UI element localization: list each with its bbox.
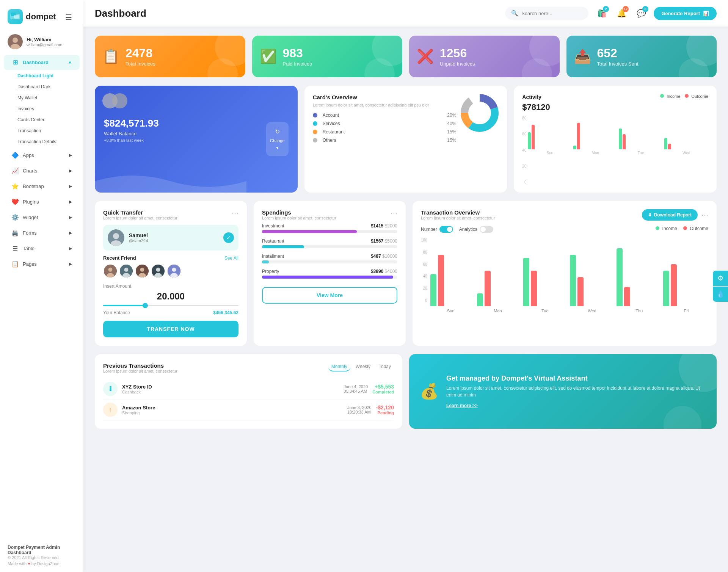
sidebar-item-apps[interactable]: 🔷 Apps ▶ <box>4 148 80 163</box>
va-learn-more-link[interactable]: Learn more >> <box>446 403 706 408</box>
user-email: william@gmail.com <box>27 42 62 47</box>
hamburger-icon[interactable]: ☰ <box>65 6 76 27</box>
search-input[interactable] <box>521 11 582 16</box>
total-invoices-label: Total Invoices <box>126 61 155 67</box>
transaction-bar-chart <box>429 238 708 306</box>
number-toggle[interactable]: Number <box>421 226 453 233</box>
outcome-bar <box>531 271 537 306</box>
outcome-dot <box>683 226 687 230</box>
download-report-button[interactable]: ⬇ Download Report <box>642 209 698 221</box>
amount-display: 20.000 <box>103 291 238 302</box>
dashboard-icon: ⊞ <box>11 59 19 66</box>
income-bar <box>523 258 529 306</box>
sidebar-item-label: Forms <box>23 230 37 236</box>
income-bar <box>430 274 436 306</box>
submenu-dashboard-dark[interactable]: Dashboard Dark <box>14 81 80 92</box>
logo-icon <box>8 9 23 24</box>
last-row: Previous Transactions Lorem ipsum dolor … <box>95 354 717 429</box>
analytics-toggle-track[interactable] <box>480 226 493 233</box>
friend-avatar-2[interactable] <box>119 264 133 278</box>
submenu-dashboard-light[interactable]: Dashboard Light <box>14 71 80 81</box>
transfer-contact: Samuel @sam224 ✓ <box>103 225 238 251</box>
slider-fill <box>103 305 144 306</box>
generate-report-button[interactable]: Generate Report 📊 <box>654 7 717 20</box>
chart-day-labels: Sun Mon Tue Wed <box>528 151 708 155</box>
installment-fill <box>262 260 269 263</box>
settings-sidebar-button[interactable]: ⚙ <box>713 271 728 286</box>
bar-group-sun <box>430 255 474 306</box>
dots-menu-icon[interactable]: ⋯ <box>701 211 708 219</box>
outcome-bar <box>624 287 630 306</box>
y-axis: 100 80 60 40 20 0 <box>421 238 427 302</box>
outcome-bar <box>671 264 677 306</box>
contact-avatar <box>108 229 124 246</box>
submenu-my-wallet[interactable]: My Wallet <box>14 92 80 103</box>
previous-transactions-card: Previous Transactions Lorem ipsum dolor … <box>95 354 402 429</box>
trans-amount: +$5,553 <box>372 384 394 390</box>
sidebar-item-dashboard[interactable]: ⊞ Dashboard ▼ <box>4 55 80 70</box>
balance-amount: $456,345.62 <box>213 310 238 315</box>
transfer-now-button[interactable]: TRANSFER NOW <box>103 321 238 337</box>
tab-today[interactable]: Today <box>376 362 394 371</box>
transaction-row-2: ↑ Amazon Store Shopping June 3, 2020 10:… <box>103 400 394 420</box>
cart-badge: 2 <box>603 6 609 12</box>
dots-menu-icon[interactable]: ⋯ <box>391 209 397 218</box>
chevron-right-icon: ▶ <box>69 215 72 220</box>
friend-avatar-3[interactable] <box>135 264 149 278</box>
number-toggle-track[interactable] <box>439 226 453 233</box>
income-bar <box>573 146 576 149</box>
sidebar-item-table[interactable]: ☰ Table ▶ <box>4 241 80 256</box>
wallet-circle-2 <box>112 93 127 108</box>
chevron-right-icon: ▶ <box>69 184 72 189</box>
dots-menu-icon[interactable]: ⋯ <box>232 209 238 218</box>
analytics-toggle[interactable]: Analytics <box>459 226 493 233</box>
outcome-bar <box>623 134 626 149</box>
bar-group-sun <box>528 125 572 149</box>
sidebar-item-charts[interactable]: 📈 Charts ▶ <box>4 163 80 178</box>
income-bar <box>663 271 669 306</box>
submenu-invoices[interactable]: Invoices <box>14 103 80 114</box>
sent-invoices-label: Total Invoices Sent <box>597 61 639 67</box>
transaction-icon-2: ↑ <box>103 403 118 417</box>
tab-monthly[interactable]: Monthly <box>328 362 350 371</box>
tab-weekly[interactable]: Weekly <box>353 362 373 371</box>
sent-invoices-number: 652 <box>597 46 639 60</box>
income-bar <box>570 255 576 306</box>
submenu-transaction[interactable]: Transaction <box>14 125 80 136</box>
unpaid-invoices-number: 1256 <box>440 46 475 60</box>
sidebar-item-forms[interactable]: 🖨️ Forms ▶ <box>4 226 80 240</box>
chat-badge: 5 <box>642 6 648 12</box>
settings-icon: ⚙ <box>717 274 723 282</box>
see-all-link[interactable]: See All <box>224 255 238 261</box>
stat-card-paid: ✅ 983 Paid Invoices <box>252 36 403 77</box>
sidebar: dompet ☰ Hi, William william@gmail.com ⊞… <box>0 0 83 572</box>
friend-avatar-4[interactable] <box>151 264 165 278</box>
view-more-button[interactable]: View More <box>262 287 397 304</box>
chat-button[interactable]: 💬 5 <box>634 6 648 20</box>
cart-button[interactable]: 🛍️ 2 <box>595 6 609 20</box>
theme-sidebar-button[interactable]: 💧 <box>713 287 728 302</box>
friend-avatar-1[interactable] <box>103 264 118 278</box>
investment-fill <box>262 230 357 233</box>
sidebar-item-plugins[interactable]: ❤️ Plugins ▶ <box>4 194 80 209</box>
submenu-cards-center[interactable]: Cards Center <box>14 114 80 125</box>
chevron-right-icon: ▶ <box>69 199 72 204</box>
transaction-overview-title: Transaction Overview <box>421 209 495 216</box>
sidebar-item-pages[interactable]: 📋 Pages ▶ <box>4 257 80 271</box>
outcome-bar <box>438 255 444 306</box>
charts-icon: 📈 <box>11 167 19 174</box>
bell-button[interactable]: 🔔 12 <box>614 6 629 20</box>
search-box[interactable]: 🔍 <box>505 7 588 20</box>
bar-group-tue <box>523 258 567 306</box>
outcome-legend-dot <box>685 94 689 98</box>
submenu-transaction-details[interactable]: Transaction Details <box>14 136 80 147</box>
sidebar-item-bootstrap[interactable]: ⭐ Bootstrap ▶ <box>4 179 80 194</box>
activity-amount: $78120 <box>522 102 550 112</box>
chevron-right-icon: ▶ <box>69 168 72 173</box>
sidebar-item-widget[interactable]: ⚙️ Widget ▶ <box>4 210 80 225</box>
total-invoice-icon: 📋 <box>102 49 119 64</box>
amount-slider[interactable] <box>103 305 238 306</box>
friend-avatar-5[interactable] <box>167 264 181 278</box>
avatar <box>8 34 23 49</box>
balance-label: Your Balance <box>103 310 130 315</box>
